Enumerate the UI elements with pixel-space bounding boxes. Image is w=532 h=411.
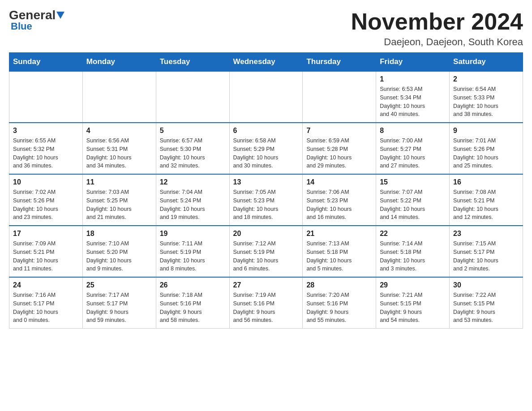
month-title: November 2024 [351,9,523,34]
day-cell [82,71,156,123]
logo: General Blue [9,9,64,32]
day-info: Sunrise: 6:56 AMSunset: 5:31 PMDaylight:… [86,137,152,170]
day-info: Sunrise: 7:17 AMSunset: 5:17 PMDaylight:… [86,291,152,325]
day-cell: 10Sunrise: 7:02 AMSunset: 5:26 PMDayligh… [9,174,83,226]
day-cell: 15Sunrise: 7:07 AMSunset: 5:22 PMDayligh… [376,174,450,226]
day-info: Sunrise: 7:08 AMSunset: 5:21 PMDaylight:… [453,188,519,222]
day-number: 13 [233,178,299,186]
day-cell: 27Sunrise: 7:19 AMSunset: 5:16 PMDayligh… [229,277,303,329]
day-info: Sunrise: 6:55 AMSunset: 5:32 PMDaylight:… [13,137,79,170]
day-cell: 24Sunrise: 7:16 AMSunset: 5:17 PMDayligh… [9,277,83,329]
week-row-4: 17Sunrise: 7:09 AMSunset: 5:21 PMDayligh… [9,226,523,277]
day-cell: 18Sunrise: 7:10 AMSunset: 5:20 PMDayligh… [82,226,156,277]
day-number: 6 [233,127,299,135]
day-cell [156,71,229,123]
day-info: Sunrise: 7:16 AMSunset: 5:17 PMDaylight:… [13,291,79,325]
week-row-3: 10Sunrise: 7:02 AMSunset: 5:26 PMDayligh… [9,174,523,226]
day-cell: 25Sunrise: 7:17 AMSunset: 5:17 PMDayligh… [82,277,156,329]
day-cell: 13Sunrise: 7:05 AMSunset: 5:23 PMDayligh… [229,174,303,226]
day-cell: 22Sunrise: 7:14 AMSunset: 5:18 PMDayligh… [376,226,450,277]
day-cell: 4Sunrise: 6:56 AMSunset: 5:31 PMDaylight… [82,123,156,174]
day-info: Sunrise: 7:20 AMSunset: 5:16 PMDaylight:… [306,291,372,325]
day-number: 17 [13,230,79,238]
day-info: Sunrise: 7:15 AMSunset: 5:17 PMDaylight:… [453,240,519,273]
title-block: November 2024 Daejeon, Daejeon, South Ko… [351,9,523,48]
day-number: 19 [160,230,226,238]
day-cell [9,71,83,123]
day-info: Sunrise: 6:53 AMSunset: 5:34 PMDaylight:… [380,85,446,119]
location: Daejeon, Daejeon, South Korea [351,36,523,48]
col-thursday: Thursday [303,53,376,72]
day-number: 26 [160,281,226,289]
day-info: Sunrise: 7:00 AMSunset: 5:27 PMDaylight:… [380,137,446,170]
day-info: Sunrise: 7:03 AMSunset: 5:25 PMDaylight:… [86,188,152,222]
day-number: 5 [160,127,226,135]
week-row-2: 3Sunrise: 6:55 AMSunset: 5:32 PMDaylight… [9,123,523,174]
day-number: 4 [86,127,152,135]
day-number: 14 [306,178,372,186]
week-row-1: 1Sunrise: 6:53 AMSunset: 5:34 PMDaylight… [9,71,523,123]
day-info: Sunrise: 7:18 AMSunset: 5:16 PMDaylight:… [160,291,226,325]
day-cell: 1Sunrise: 6:53 AMSunset: 5:34 PMDaylight… [376,71,450,123]
calendar-header-row: Sunday Monday Tuesday Wednesday Thursday… [9,53,523,72]
day-info: Sunrise: 7:11 AMSunset: 5:19 PMDaylight:… [160,240,226,273]
day-cell: 17Sunrise: 7:09 AMSunset: 5:21 PMDayligh… [9,226,83,277]
col-tuesday: Tuesday [156,53,229,72]
day-number: 22 [380,230,446,238]
day-number: 3 [13,127,79,135]
day-cell: 29Sunrise: 7:21 AMSunset: 5:15 PMDayligh… [376,277,450,329]
day-cell: 20Sunrise: 7:12 AMSunset: 5:19 PMDayligh… [229,226,303,277]
calendar-table: Sunday Monday Tuesday Wednesday Thursday… [9,52,523,329]
day-number: 21 [306,230,372,238]
day-info: Sunrise: 7:21 AMSunset: 5:15 PMDaylight:… [380,291,446,325]
col-saturday: Saturday [450,53,523,72]
day-cell: 2Sunrise: 6:54 AMSunset: 5:33 PMDaylight… [450,71,523,123]
day-info: Sunrise: 7:04 AMSunset: 5:24 PMDaylight:… [160,188,226,222]
col-wednesday: Wednesday [229,53,303,72]
day-info: Sunrise: 7:02 AMSunset: 5:26 PMDaylight:… [13,188,79,222]
col-monday: Monday [82,53,156,72]
day-number: 7 [306,127,372,135]
logo-triangle-icon [56,12,64,19]
day-info: Sunrise: 7:07 AMSunset: 5:22 PMDaylight:… [380,188,446,222]
day-info: Sunrise: 6:58 AMSunset: 5:29 PMDaylight:… [233,137,299,170]
day-number: 30 [453,281,519,289]
day-info: Sunrise: 7:06 AMSunset: 5:23 PMDaylight:… [306,188,372,222]
day-cell: 3Sunrise: 6:55 AMSunset: 5:32 PMDaylight… [9,123,83,174]
day-cell: 16Sunrise: 7:08 AMSunset: 5:21 PMDayligh… [450,174,523,226]
day-number: 12 [160,178,226,186]
logo-general: General [9,9,56,21]
day-cell: 26Sunrise: 7:18 AMSunset: 5:16 PMDayligh… [156,277,229,329]
day-number: 23 [453,230,519,238]
day-info: Sunrise: 7:01 AMSunset: 5:26 PMDaylight:… [453,137,519,170]
day-number: 27 [233,281,299,289]
day-info: Sunrise: 7:10 AMSunset: 5:20 PMDaylight:… [86,240,152,273]
day-cell [229,71,303,123]
day-cell: 11Sunrise: 7:03 AMSunset: 5:25 PMDayligh… [82,174,156,226]
day-info: Sunrise: 7:22 AMSunset: 5:15 PMDaylight:… [453,291,519,325]
day-info: Sunrise: 6:57 AMSunset: 5:30 PMDaylight:… [160,137,226,170]
day-info: Sunrise: 7:13 AMSunset: 5:18 PMDaylight:… [306,240,372,273]
day-number: 8 [380,127,446,135]
day-cell: 5Sunrise: 6:57 AMSunset: 5:30 PMDaylight… [156,123,229,174]
day-number: 16 [453,178,519,186]
col-sunday: Sunday [9,53,83,72]
week-row-5: 24Sunrise: 7:16 AMSunset: 5:17 PMDayligh… [9,277,523,329]
day-cell: 14Sunrise: 7:06 AMSunset: 5:23 PMDayligh… [303,174,376,226]
day-cell: 7Sunrise: 6:59 AMSunset: 5:28 PMDaylight… [303,123,376,174]
day-cell: 23Sunrise: 7:15 AMSunset: 5:17 PMDayligh… [450,226,523,277]
day-number: 25 [86,281,152,289]
day-number: 1 [380,75,446,83]
day-number: 2 [453,75,519,83]
day-number: 11 [86,178,152,186]
day-cell: 12Sunrise: 7:04 AMSunset: 5:24 PMDayligh… [156,174,229,226]
day-number: 10 [13,178,79,186]
day-number: 20 [233,230,299,238]
col-friday: Friday [376,53,450,72]
day-cell: 19Sunrise: 7:11 AMSunset: 5:19 PMDayligh… [156,226,229,277]
day-number: 15 [380,178,446,186]
day-info: Sunrise: 6:54 AMSunset: 5:33 PMDaylight:… [453,85,519,119]
day-info: Sunrise: 7:19 AMSunset: 5:16 PMDaylight:… [233,291,299,325]
day-info: Sunrise: 6:59 AMSunset: 5:28 PMDaylight:… [306,137,372,170]
day-cell: 30Sunrise: 7:22 AMSunset: 5:15 PMDayligh… [450,277,523,329]
